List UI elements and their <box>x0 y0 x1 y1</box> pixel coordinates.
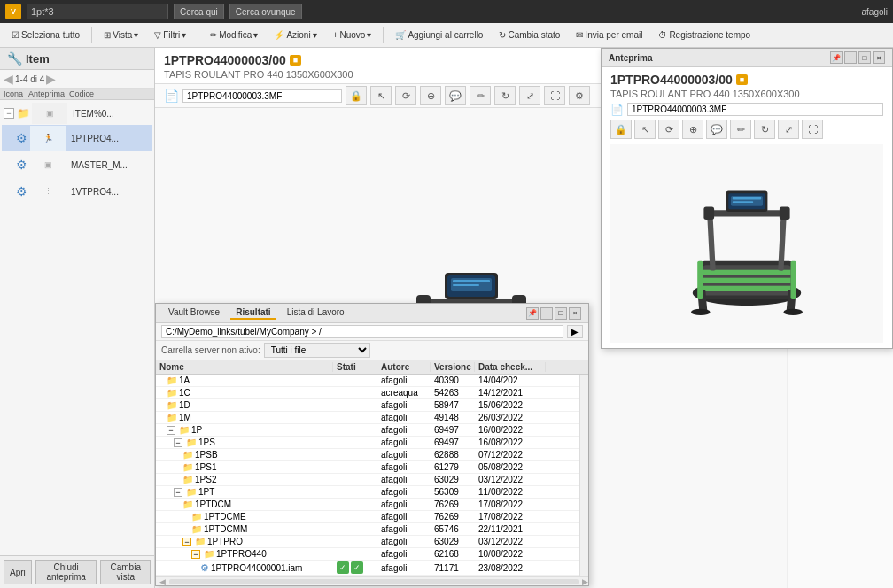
vault-row-1D[interactable]: 📁 1D afagoli 58947 15/06/2022 <box>156 399 579 412</box>
right-nav-icon: ▶ <box>46 72 56 86</box>
select-all-button[interactable]: ☑ Seleziona tutto <box>5 27 86 43</box>
toolbar-separator-2 <box>198 27 198 43</box>
vault-close-button[interactable]: × <box>569 307 581 320</box>
vault-row-1PSB[interactable]: 📁 1PSB afagoli 62888 07/12/2022 <box>156 449 579 461</box>
item-title-text: 1PTPRO44000003/00 <box>164 53 286 67</box>
tree-row-item2[interactable]: ⚙ ▣ MASTER_M... <box>2 151 152 178</box>
vault-minimize-button[interactable]: − <box>540 307 553 320</box>
modify-button[interactable]: ✏ Modifica ▾ <box>204 27 264 43</box>
vault-filter-select[interactable]: Tutti i file <box>264 343 370 358</box>
vault-row-1PS2[interactable]: 📁 1PS2 afagoli 63029 03/12/2022 <box>156 474 579 486</box>
right-comment-btn[interactable]: 💬 <box>706 120 727 139</box>
comment-tool-btn[interactable]: 💬 <box>445 86 466 105</box>
right-section-btn[interactable]: ⊕ <box>682 120 703 139</box>
right-treadmill-preview <box>610 144 883 343</box>
vault-row-1PS[interactable]: −📁 1PS afagoli 69497 16/08/2022 <box>156 437 579 449</box>
right-refresh-btn[interactable]: ↻ <box>754 120 775 139</box>
filter-button[interactable]: ▽ Filtri ▾ <box>148 27 192 43</box>
vault-scrollbar[interactable] <box>579 375 588 576</box>
file-select-input[interactable] <box>182 89 342 103</box>
pagination-label: 1-4 di 4 <box>15 74 44 84</box>
change-view-button[interactable]: Cambia vista <box>100 560 151 584</box>
vault-row-1PTPRO[interactable]: −📁 1PTPRO afagoli 63029 03/12/2022 <box>156 536 579 548</box>
tree-expand-0[interactable]: − <box>4 108 14 119</box>
vault-row-1C[interactable]: 📁 1C acreaqua 54263 14/12/2021 <box>156 387 579 399</box>
item-badge: ■ <box>290 55 301 66</box>
vault-path-go-button[interactable]: ▶ <box>567 325 583 338</box>
refresh-tool-btn[interactable]: ↻ <box>494 86 516 105</box>
folder-icon: 📁 <box>179 425 190 435</box>
vault-pin-button[interactable]: 📌 <box>526 307 539 320</box>
open-button[interactable]: Apri <box>4 560 32 584</box>
view-button[interactable]: ⊞ Vista ▾ <box>97 27 144 43</box>
right-rotate-btn[interactable]: ⟳ <box>658 120 679 139</box>
search-everywhere-button[interactable]: Cerca ovunque <box>229 4 302 19</box>
chevron-icon: ▾ <box>367 30 371 40</box>
tree-row-item0[interactable]: − 📁 ▣ ITEM%0... <box>2 102 152 125</box>
chevron-icon: ▾ <box>253 30 258 40</box>
section-tool-btn[interactable]: ⊕ <box>420 86 441 105</box>
right-expand-btn[interactable]: ⤢ <box>778 120 799 139</box>
right-preview-panel: Anteprima 📌 − □ × 1PTPRO44000003/00 ■ TA… <box>601 48 893 349</box>
send-email-button[interactable]: ✉ Invia per email <box>570 27 648 43</box>
close-preview-button[interactable]: Chiudi anteprima <box>35 560 97 584</box>
folder-icon: 📁 <box>204 549 214 559</box>
markup-tool-btn[interactable]: ✏ <box>470 86 491 105</box>
vault-row-file1[interactable]: ⚙ 1PTPRO44000001.iam ✓ ✓ afagoli 71171 2… <box>156 561 579 576</box>
folder-icon: 📁 <box>191 524 202 534</box>
email-icon: ✉ <box>576 30 583 40</box>
vault-panel: Vault Browse Risultati Lista di Lavoro 📌… <box>155 303 589 586</box>
vault-results-tab[interactable]: Risultati <box>230 306 276 320</box>
search-here-button[interactable]: Cerca qui <box>174 4 224 19</box>
col-versione: Versione <box>431 362 475 372</box>
tree-row-item1[interactable]: ⚙ 🏃 1PTPRO4... <box>2 125 152 151</box>
actions-button[interactable]: ⚡ Azioni ▾ <box>268 27 322 43</box>
vault-row-1M[interactable]: 📁 1M afagoli 49148 26/03/2022 <box>156 412 579 424</box>
expand-tool-btn[interactable]: ⤢ <box>519 86 540 105</box>
vault-row-1PTPRO440[interactable]: −📁 1PTPRO440 afagoli 62168 10/08/2022 <box>156 548 579 561</box>
chevron-icon: ▾ <box>313 30 317 40</box>
svg-point-31 <box>783 309 803 315</box>
vault-worklist-tab[interactable]: Lista di Lavoro <box>282 306 350 320</box>
vault-row-1PT[interactable]: −📁 1PT afagoli 56309 11/08/2022 <box>156 486 579 499</box>
part-icon: ⚙ <box>14 131 28 145</box>
right-file-input[interactable] <box>627 103 883 116</box>
vault-row-1PTDCMM[interactable]: 📁 1PTDCMM afagoli 65746 22/11/2021 <box>156 523 579 536</box>
vault-path-input[interactable] <box>161 325 563 338</box>
add-cart-button[interactable]: 🛒 Aggiungi al carrello <box>389 27 489 43</box>
col-nome: Nome <box>156 362 333 372</box>
vault-row-1A[interactable]: 📁 1A afagoli 40390 14/04/202 <box>156 375 579 387</box>
cursor-tool-btn[interactable]: ↖ <box>370 86 392 105</box>
vault-hscrollbar[interactable]: ◀ ▶ <box>156 576 588 585</box>
change-state-button[interactable]: ↻ Cambia stato <box>493 27 566 43</box>
col-code: Codice <box>67 89 152 98</box>
right-cursor-btn[interactable]: ↖ <box>634 120 656 139</box>
time-reg-button[interactable]: ⏱ Registrazione tempo <box>652 27 757 43</box>
rotate-tool-btn[interactable]: ⟳ <box>395 86 416 105</box>
expand-icon: − <box>174 488 182 497</box>
vault-row-1PTDCM[interactable]: 📁 1PTDCM afagoli 76269 17/08/2022 <box>156 499 579 511</box>
right-markup-btn[interactable]: ✏ <box>730 120 751 139</box>
svg-rect-43 <box>791 261 796 299</box>
col-preview: Anteprima <box>27 89 67 98</box>
settings-tool-btn[interactable]: ⚙ <box>569 86 590 105</box>
sidebar-tree[interactable]: − 📁 ▣ ITEM%0... ⚙ 🏃 1PTPRO4... ⚙ ▣ <box>0 100 154 555</box>
vault-browse-tab[interactable]: Vault Browse <box>163 306 225 320</box>
right-badge: ■ <box>736 74 748 85</box>
right-minimize-button[interactable]: − <box>844 51 857 64</box>
right-pin-button[interactable]: 📌 <box>830 51 843 64</box>
vault-row-1P[interactable]: −📁 1P afagoli 69497 16/08/2022 <box>156 424 579 437</box>
vault-row-1PS1[interactable]: 📁 1PS1 afagoli 61279 05/08/2022 <box>156 461 579 474</box>
vault-row-1PTDCME[interactable]: 📁 1PTDCME afagoli 76269 17/08/2022 <box>156 511 579 523</box>
new-button[interactable]: + Nuovo ▾ <box>327 27 378 43</box>
right-fullscreen-btn[interactable]: ⛶ <box>802 120 823 139</box>
fullscreen-tool-btn[interactable]: ⛶ <box>544 86 565 105</box>
right-maximize-button[interactable]: □ <box>858 51 871 64</box>
right-close-button[interactable]: × <box>873 51 885 64</box>
vault-table[interactable]: 📁 1A afagoli 40390 14/04/202 📁 1C acreaq… <box>156 375 579 576</box>
tree-row-item3[interactable]: ⚙ ⋮ 1VTPRO4... <box>2 178 152 205</box>
right-lock-btn[interactable]: 🔒 <box>610 120 632 139</box>
vault-maximize-button[interactable]: □ <box>555 307 567 320</box>
search-input[interactable] <box>27 4 168 19</box>
lock-tool-btn[interactable]: 🔒 <box>346 86 367 105</box>
